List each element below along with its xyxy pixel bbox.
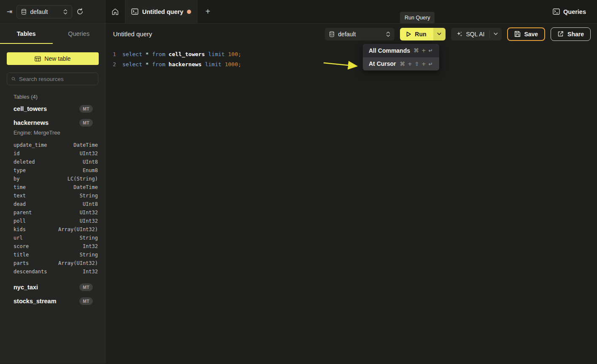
run-options-menu: All Commands⌘ + ↵At Cursor⌘ + ⇧ + ↵ — [363, 44, 439, 70]
engine-badge: MT — [79, 297, 93, 305]
sidebar-tab-tables[interactable]: Tables — [0, 24, 53, 44]
sparkles-icon — [456, 31, 463, 38]
run-button-label: Run — [415, 31, 426, 38]
search-input[interactable] — [19, 76, 94, 82]
sidebar-tabs: Tables Queries — [0, 24, 105, 44]
queries-terminal-icon — [553, 8, 560, 15]
sql-editor[interactable]: 1select * from cell_towers limit 100;2se… — [105, 44, 597, 69]
table-name: stocks_stream — [14, 298, 79, 305]
code-text: select * from cell_towers limit 100; — [122, 51, 241, 57]
queries-button[interactable]: Queries — [553, 8, 586, 15]
query-console-app: ⇥ default — [0, 0, 597, 364]
table-row[interactable]: stocks_streamMT — [0, 296, 105, 307]
editor-database-value: default — [338, 31, 383, 38]
column-name: text — [14, 193, 80, 199]
column-name: by — [14, 176, 68, 182]
tables-section-label: Tables (4) — [14, 94, 105, 100]
column-name: update_time — [14, 142, 73, 148]
column-name: url — [14, 235, 80, 241]
search-box — [7, 73, 98, 85]
menu-item-at-cursor[interactable]: At Cursor⌘ + ⇧ + ↵ — [363, 57, 439, 71]
home-button[interactable] — [105, 0, 125, 23]
code-line[interactable]: 2select * from hackernews limit 1000; — [105, 59, 597, 69]
queries-button-label: Queries — [563, 8, 586, 15]
tab-untitled-query[interactable]: Untitled query — [125, 0, 197, 23]
columns-list: update_timeDateTimeidUInt32deletedUInt8t… — [0, 141, 105, 276]
editor-controls: default Run — [325, 27, 591, 41]
tab-label: Untitled query — [142, 8, 183, 15]
column-type: UInt32 — [80, 210, 98, 216]
run-button[interactable]: Run — [400, 28, 433, 40]
refresh-button[interactable] — [76, 8, 84, 15]
column-type: String — [80, 235, 98, 241]
query-title: Untitled query — [113, 30, 152, 38]
column-type: UInt8 — [83, 201, 98, 207]
new-tab-button[interactable]: + — [197, 0, 218, 23]
column-type: Array(UInt32) — [58, 226, 98, 232]
column-type: Int32 — [83, 269, 98, 275]
table-icon — [35, 56, 41, 62]
top-bar-right: Queries — [553, 0, 597, 23]
save-floppy-icon — [514, 31, 521, 37]
column-name: title — [14, 252, 80, 258]
column-type: String — [80, 193, 98, 199]
run-split-button: Run — [400, 28, 445, 40]
collapse-sidebar-icon: ⇥ — [7, 8, 12, 15]
column-type: Enum8 — [83, 167, 98, 173]
menu-item-shortcut: ⌘ + ↵ — [414, 47, 433, 54]
column-type: LC(String) — [68, 176, 98, 182]
sql-ai-caret[interactable] — [490, 32, 502, 35]
sql-ai-label: SQL AI — [466, 31, 485, 38]
code-line[interactable]: 1select * from cell_towers limit 100; — [105, 49, 597, 59]
engine-badge: MT — [79, 105, 93, 113]
tab-strip: Untitled query + — [105, 0, 218, 23]
share-button[interactable]: Share — [551, 27, 591, 41]
table-row[interactable]: nyc_taxiMT — [0, 282, 105, 293]
table-name: cell_towers — [14, 105, 79, 112]
column-row: partsArray(UInt32) — [0, 259, 105, 267]
column-row: idUInt32 — [0, 149, 105, 158]
chevron-down-icon — [437, 32, 441, 35]
column-type: UInt32 — [80, 218, 98, 224]
table-row[interactable]: hackernewsMT — [0, 117, 105, 128]
menu-item-label: At Cursor — [369, 60, 396, 67]
play-icon — [406, 31, 411, 37]
column-name: deleted — [14, 159, 83, 165]
table-row[interactable]: cell_towersMT — [0, 103, 105, 114]
column-row: byLC(String) — [0, 175, 105, 183]
engine-label: Engine: MergeTree — [14, 129, 105, 137]
editor-database-select[interactable]: default — [325, 28, 394, 40]
table-name: nyc_taxi — [14, 284, 79, 291]
sidebar-tab-queries[interactable]: Queries — [53, 24, 105, 44]
column-row: deletedUInt8 — [0, 158, 105, 166]
column-type: Array(UInt32) — [58, 260, 98, 266]
column-row: scoreInt32 — [0, 242, 105, 251]
menu-item-all-commands[interactable]: All Commands⌘ + ↵ — [363, 44, 439, 57]
sql-ai-button[interactable]: SQL AI — [451, 28, 502, 40]
column-name: descendants — [14, 269, 83, 275]
chevron-down-icon — [494, 32, 498, 35]
column-name: id — [14, 151, 80, 156]
column-row: kidsArray(UInt32) — [0, 225, 105, 234]
topbar-database-select[interactable]: default — [16, 5, 72, 19]
save-button[interactable]: Save — [507, 27, 545, 41]
column-name: parent — [14, 210, 80, 216]
column-name: time — [14, 184, 73, 190]
home-icon — [111, 8, 119, 16]
new-table-button[interactable]: New table — [7, 52, 99, 65]
table-name: hackernews — [14, 119, 79, 126]
column-row: descendantsInt32 — [0, 267, 105, 276]
line-number: 2 — [105, 61, 116, 67]
code-text: select * from hackernews limit 1000; — [122, 61, 241, 67]
column-row: deadUInt8 — [0, 200, 105, 208]
run-options-caret[interactable] — [433, 28, 446, 40]
top-bar: ⇥ default — [0, 0, 597, 24]
main-area: Untitled query default — [105, 24, 597, 364]
column-row: typeEnum8 — [0, 166, 105, 175]
column-type: UInt32 — [80, 151, 98, 156]
new-table-label: New table — [44, 55, 70, 62]
unsaved-changes-dot — [187, 10, 191, 14]
share-button-label: Share — [567, 31, 584, 38]
column-row: timeDateTime — [0, 183, 105, 191]
collapse-sidebar-button[interactable]: ⇥ — [7, 8, 12, 15]
